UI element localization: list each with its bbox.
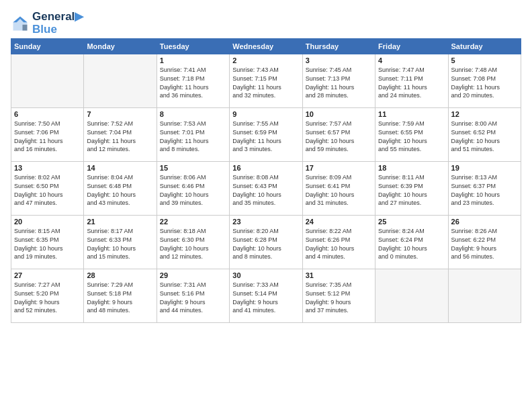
day-info: Sunrise: 7:52 AM Sunset: 7:04 PM Dayligh… xyxy=(87,120,153,153)
day-info: Sunrise: 8:18 AM Sunset: 6:30 PM Dayligh… xyxy=(160,227,226,261)
day-number: 23 xyxy=(232,218,299,226)
day-number: 14 xyxy=(87,164,153,172)
day-cell: 26Sunrise: 8:26 AM Sunset: 6:22 PM Dayli… xyxy=(448,216,521,269)
day-info: Sunrise: 7:53 AM Sunset: 7:01 PM Dayligh… xyxy=(160,120,226,153)
col-header-saturday: Saturday xyxy=(448,39,521,54)
day-cell: 12Sunrise: 8:00 AM Sunset: 6:52 PM Dayli… xyxy=(448,108,521,162)
day-cell: 25Sunrise: 8:24 AM Sunset: 6:24 PM Dayli… xyxy=(375,216,448,269)
day-info: Sunrise: 8:11 AM Sunset: 6:39 PM Dayligh… xyxy=(378,173,445,207)
day-number: 18 xyxy=(378,164,445,172)
logo: General▶ Blue xyxy=(11,11,83,36)
day-info: Sunrise: 8:15 AM Sunset: 6:35 PM Dayligh… xyxy=(14,227,81,261)
week-row-1: 1Sunrise: 7:41 AM Sunset: 7:18 PM Daylig… xyxy=(11,54,521,108)
day-number: 12 xyxy=(451,110,518,118)
day-cell: 2Sunrise: 7:43 AM Sunset: 7:15 PM Daylig… xyxy=(230,54,302,108)
day-cell xyxy=(84,54,157,108)
logo-icon xyxy=(11,14,30,33)
day-cell: 1Sunrise: 7:41 AM Sunset: 7:18 PM Daylig… xyxy=(157,54,229,108)
day-cell: 30Sunrise: 7:33 AM Sunset: 5:14 PM Dayli… xyxy=(230,269,302,323)
day-cell: 14Sunrise: 8:04 AM Sunset: 6:48 PM Dayli… xyxy=(84,162,157,216)
day-info: Sunrise: 8:00 AM Sunset: 6:52 PM Dayligh… xyxy=(451,120,518,153)
day-cell: 24Sunrise: 8:22 AM Sunset: 6:26 PM Dayli… xyxy=(302,216,375,269)
day-cell: 11Sunrise: 7:59 AM Sunset: 6:55 PM Dayli… xyxy=(375,108,448,162)
day-number: 25 xyxy=(378,218,445,226)
day-info: Sunrise: 7:41 AM Sunset: 7:18 PM Dayligh… xyxy=(160,66,226,99)
page: General▶ Blue SundayMondayTuesdayWednesd… xyxy=(0,0,532,328)
week-row-2: 6Sunrise: 7:50 AM Sunset: 7:06 PM Daylig… xyxy=(11,108,521,162)
header-row: SundayMondayTuesdayWednesdayThursdayFrid… xyxy=(11,39,521,54)
day-info: Sunrise: 7:43 AM Sunset: 7:15 PM Dayligh… xyxy=(232,66,299,99)
day-cell: 22Sunrise: 8:18 AM Sunset: 6:30 PM Dayli… xyxy=(157,216,229,269)
day-info: Sunrise: 8:13 AM Sunset: 6:37 PM Dayligh… xyxy=(451,173,518,207)
day-info: Sunrise: 7:27 AM Sunset: 5:20 PM Dayligh… xyxy=(14,281,81,314)
day-cell: 7Sunrise: 7:52 AM Sunset: 7:04 PM Daylig… xyxy=(84,108,157,162)
day-number: 8 xyxy=(160,110,226,118)
day-cell: 27Sunrise: 7:27 AM Sunset: 5:20 PM Dayli… xyxy=(11,269,84,323)
day-info: Sunrise: 8:20 AM Sunset: 6:28 PM Dayligh… xyxy=(232,227,299,261)
day-number: 29 xyxy=(160,271,226,279)
day-number: 6 xyxy=(14,110,81,118)
logo-text: General▶ Blue xyxy=(32,11,83,36)
day-info: Sunrise: 7:31 AM Sunset: 5:16 PM Dayligh… xyxy=(160,281,226,314)
day-info: Sunrise: 7:47 AM Sunset: 7:11 PM Dayligh… xyxy=(378,66,445,99)
day-number: 20 xyxy=(14,218,81,226)
day-cell: 21Sunrise: 8:17 AM Sunset: 6:33 PM Dayli… xyxy=(84,216,157,269)
week-row-3: 13Sunrise: 8:02 AM Sunset: 6:50 PM Dayli… xyxy=(11,162,521,216)
day-number: 17 xyxy=(306,164,372,172)
day-info: Sunrise: 7:29 AM Sunset: 5:18 PM Dayligh… xyxy=(87,281,153,314)
day-number: 10 xyxy=(306,110,372,118)
col-header-tuesday: Tuesday xyxy=(157,39,229,54)
col-header-sunday: Sunday xyxy=(11,39,84,54)
day-cell: 18Sunrise: 8:11 AM Sunset: 6:39 PM Dayli… xyxy=(375,162,448,216)
day-cell: 31Sunrise: 7:35 AM Sunset: 5:12 PM Dayli… xyxy=(302,269,375,323)
day-number: 19 xyxy=(451,164,518,172)
day-cell: 28Sunrise: 7:29 AM Sunset: 5:18 PM Dayli… xyxy=(84,269,157,323)
day-number: 13 xyxy=(14,164,81,172)
day-number: 7 xyxy=(87,110,153,118)
day-info: Sunrise: 7:59 AM Sunset: 6:55 PM Dayligh… xyxy=(378,120,445,153)
col-header-friday: Friday xyxy=(375,39,448,54)
day-number: 9 xyxy=(232,110,299,118)
day-info: Sunrise: 7:45 AM Sunset: 7:13 PM Dayligh… xyxy=(306,66,372,99)
day-number: 21 xyxy=(87,218,153,226)
day-cell: 16Sunrise: 8:08 AM Sunset: 6:43 PM Dayli… xyxy=(230,162,302,216)
day-number: 24 xyxy=(306,218,372,226)
day-cell: 8Sunrise: 7:53 AM Sunset: 7:01 PM Daylig… xyxy=(157,108,229,162)
day-cell: 13Sunrise: 8:02 AM Sunset: 6:50 PM Dayli… xyxy=(11,162,84,216)
day-number: 16 xyxy=(232,164,299,172)
day-cell: 3Sunrise: 7:45 AM Sunset: 7:13 PM Daylig… xyxy=(302,54,375,108)
day-info: Sunrise: 8:08 AM Sunset: 6:43 PM Dayligh… xyxy=(232,173,299,207)
day-info: Sunrise: 8:02 AM Sunset: 6:50 PM Dayligh… xyxy=(14,173,81,207)
day-cell: 17Sunrise: 8:09 AM Sunset: 6:41 PM Dayli… xyxy=(302,162,375,216)
day-number: 30 xyxy=(232,271,299,279)
day-cell: 6Sunrise: 7:50 AM Sunset: 7:06 PM Daylig… xyxy=(11,108,84,162)
header: General▶ Blue xyxy=(11,8,521,36)
day-info: Sunrise: 8:24 AM Sunset: 6:24 PM Dayligh… xyxy=(378,227,445,261)
day-number: 27 xyxy=(14,271,81,279)
day-cell: 29Sunrise: 7:31 AM Sunset: 5:16 PM Dayli… xyxy=(157,269,229,323)
day-cell: 20Sunrise: 8:15 AM Sunset: 6:35 PM Dayli… xyxy=(11,216,84,269)
day-info: Sunrise: 7:33 AM Sunset: 5:14 PM Dayligh… xyxy=(232,281,299,314)
day-cell: 5Sunrise: 7:48 AM Sunset: 7:08 PM Daylig… xyxy=(448,54,521,108)
day-number: 15 xyxy=(160,164,226,172)
day-info: Sunrise: 7:57 AM Sunset: 6:57 PM Dayligh… xyxy=(306,120,372,153)
day-info: Sunrise: 8:09 AM Sunset: 6:41 PM Dayligh… xyxy=(306,173,372,207)
calendar-table: SundayMondayTuesdayWednesdayThursdayFrid… xyxy=(11,38,521,323)
day-cell: 23Sunrise: 8:20 AM Sunset: 6:28 PM Dayli… xyxy=(230,216,302,269)
day-number: 4 xyxy=(378,56,445,64)
week-row-4: 20Sunrise: 8:15 AM Sunset: 6:35 PM Dayli… xyxy=(11,216,521,269)
day-info: Sunrise: 7:48 AM Sunset: 7:08 PM Dayligh… xyxy=(451,66,518,99)
day-number: 26 xyxy=(451,218,518,226)
day-cell xyxy=(448,269,521,323)
day-info: Sunrise: 8:06 AM Sunset: 6:46 PM Dayligh… xyxy=(160,173,226,207)
day-number: 5 xyxy=(451,56,518,64)
day-info: Sunrise: 8:26 AM Sunset: 6:22 PM Dayligh… xyxy=(451,227,518,261)
col-header-wednesday: Wednesday xyxy=(230,39,302,54)
day-info: Sunrise: 8:17 AM Sunset: 6:33 PM Dayligh… xyxy=(87,227,153,261)
day-number: 11 xyxy=(378,110,445,118)
col-header-monday: Monday xyxy=(84,39,157,54)
day-info: Sunrise: 8:04 AM Sunset: 6:48 PM Dayligh… xyxy=(87,173,153,207)
day-info: Sunrise: 7:35 AM Sunset: 5:12 PM Dayligh… xyxy=(306,281,372,314)
day-number: 1 xyxy=(160,56,226,64)
day-info: Sunrise: 8:22 AM Sunset: 6:26 PM Dayligh… xyxy=(306,227,372,261)
